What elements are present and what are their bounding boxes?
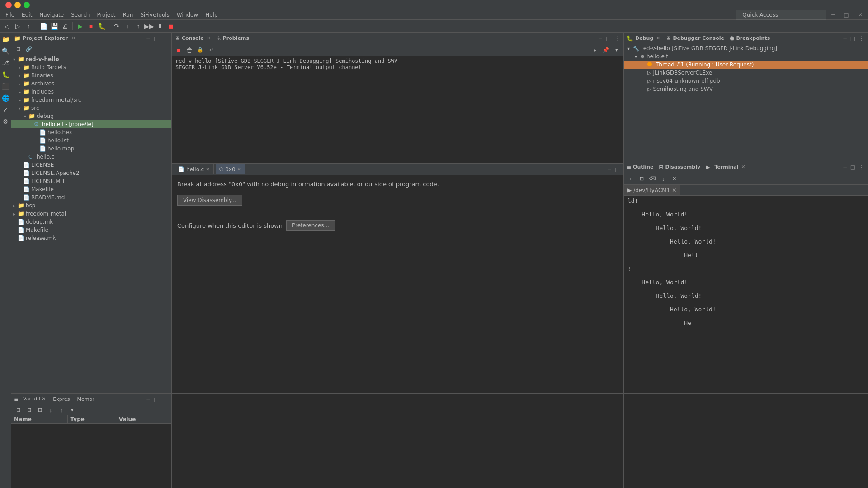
toolbar-step-over[interactable]: ↷ — [112, 21, 122, 31]
editor-minimize[interactable]: ─ — [607, 166, 612, 173]
tree-item[interactable]: 📄README.md — [11, 193, 171, 202]
debug-minimize[interactable]: ─ — [842, 35, 847, 42]
problems-title[interactable]: Problems — [223, 35, 249, 41]
tree-item[interactable]: ▸📁bsp — [11, 202, 171, 210]
debug-title[interactable]: Debug — [635, 35, 653, 41]
tree-item[interactable]: ▸📁Archives — [11, 80, 171, 88]
sidebar-explorer-icon[interactable]: 📁 — [0, 34, 10, 44]
vars-scroll[interactable]: ↓ — [46, 405, 56, 415]
vars-scroll-up[interactable]: ↑ — [57, 405, 66, 415]
min-icon[interactable]: ─ — [828, 11, 838, 19]
tree-item[interactable]: ▸📁freedom-metal/src — [11, 96, 171, 104]
sidebar-git-icon[interactable]: ⎇ — [0, 58, 10, 68]
terminal-menu[interactable]: ⋮ — [858, 164, 865, 170]
tree-item[interactable]: ⚙hello.elf - [none/le] — [11, 120, 171, 128]
tab-variables[interactable]: Variabl ✕ — [20, 394, 48, 404]
console-menu[interactable]: ⋮ — [613, 35, 621, 42]
toolbar-step-out[interactable]: ↑ — [133, 21, 143, 31]
project-link[interactable]: 🔗 — [24, 44, 34, 54]
terminal-maximize[interactable]: □ — [849, 164, 856, 170]
debug-maximize[interactable]: □ — [849, 35, 856, 42]
debug-tab-close[interactable]: ✕ — [656, 35, 660, 41]
tree-item[interactable]: ▾📁src — [11, 104, 171, 112]
debug-menu[interactable]: ⋮ — [858, 35, 865, 42]
debug-item[interactable]: ▾⚙hello.elf — [624, 52, 868, 61]
console-clear[interactable]: 🗑 — [184, 45, 194, 55]
tab-0x0[interactable]: ⬡ 0x0 ✕ — [216, 164, 245, 174]
tree-item[interactable]: ▸📁Binaries — [11, 71, 171, 80]
console-minimize[interactable]: ─ — [598, 35, 603, 42]
toolbar-step-into[interactable]: ↓ — [123, 21, 132, 31]
tab-expressions[interactable]: Expres — [50, 394, 72, 404]
disassembly-title[interactable]: Disassembly — [665, 164, 700, 170]
sidebar-debug-icon[interactable]: 🐛 — [0, 70, 10, 80]
tree-item[interactable]: 📄Makefile — [11, 185, 171, 193]
toolbar-stop[interactable]: ■ — [86, 21, 96, 31]
tree-item[interactable]: ▸📁Build Targets — [11, 63, 171, 71]
debug-item[interactable]: ▷Semihosting and SWV — [624, 85, 868, 93]
outline-title[interactable]: Outline — [633, 164, 653, 170]
sidebar-search-icon[interactable]: 🔍 — [0, 46, 10, 56]
project-maximize[interactable]: □ — [153, 35, 160, 42]
tree-item[interactable]: ▸📁Includes — [11, 88, 171, 96]
sidebar-extensions-icon[interactable]: ⬛ — [0, 81, 10, 91]
console-menu-2[interactable]: ▾ — [612, 45, 622, 55]
toolbar-save[interactable]: 💾 — [49, 21, 59, 31]
menu-edit[interactable]: Edit — [18, 11, 36, 19]
menu-file[interactable]: File — [2, 11, 18, 19]
variables-minimize[interactable]: ─ — [146, 396, 151, 403]
project-minimize[interactable]: ─ — [146, 35, 151, 42]
tree-item[interactable]: 📄LICENSE.Apache2 — [11, 169, 171, 177]
tree-item[interactable]: 📄hello.hex — [11, 128, 171, 136]
console-scroll-lock[interactable]: 🔒 — [195, 45, 205, 55]
debugger-console-title[interactable]: Debugger Console — [673, 35, 724, 41]
tree-item[interactable]: 📄hello.map — [11, 145, 171, 153]
tree-item[interactable]: 📄debug.mk — [11, 218, 171, 226]
vars-collapse-all[interactable]: ⊟ — [13, 405, 23, 415]
tty-close[interactable]: ✕ — [672, 187, 676, 193]
tab-hello-c[interactable]: 📄 hello.c ✕ — [175, 164, 214, 174]
console-stop[interactable]: ■ — [174, 45, 184, 55]
menu-navigate[interactable]: Navigate — [36, 11, 67, 19]
toolbar-up[interactable]: ↑ — [24, 21, 33, 31]
debug-item[interactable]: Thread #1 (Running : User Request) — [624, 61, 868, 69]
console-word-wrap[interactable]: ↵ — [206, 45, 216, 55]
vars-layout[interactable]: ⊡ — [35, 405, 45, 415]
variables-menu[interactable]: ⋮ — [161, 396, 169, 403]
terminal-title[interactable]: Terminal — [714, 164, 738, 170]
tree-item[interactable]: 📄LICENSE.MIT — [11, 177, 171, 185]
terminal-layout[interactable]: ⊡ — [637, 174, 646, 184]
toolbar-terminate[interactable]: ◼ — [166, 21, 176, 31]
toolbar-forward[interactable]: ▷ — [13, 21, 23, 31]
breakpoints-title[interactable]: Breakpoints — [736, 35, 770, 41]
close-icon[interactable]: ✕ — [854, 11, 866, 19]
tree-item[interactable]: 📄hello.lst — [11, 136, 171, 145]
menu-search[interactable]: Search — [67, 11, 93, 19]
toolbar-print[interactable]: 🖨 — [60, 21, 70, 31]
menu-project[interactable]: Project — [93, 11, 119, 19]
terminal-minimize[interactable]: ─ — [842, 164, 847, 170]
max-icon[interactable]: □ — [840, 11, 853, 19]
vars-menu[interactable]: ▾ — [67, 405, 77, 415]
sidebar-settings-icon[interactable]: ⚙ — [0, 117, 10, 127]
terminal-body[interactable]: ld! Hello, World! Hello, World! Hello, W… — [624, 196, 868, 393]
project-menu[interactable]: ⋮ — [161, 35, 169, 42]
tab-0x0-close[interactable]: ✕ — [237, 167, 241, 172]
terminal-tab-close[interactable]: ✕ — [741, 164, 745, 170]
tree-item[interactable]: ▾📁debug — [11, 112, 171, 120]
tree-item[interactable]: ▸📁freedom-metal — [11, 210, 171, 218]
menu-window[interactable]: Window — [173, 11, 202, 19]
close-button[interactable] — [5, 2, 12, 8]
menu-help[interactable]: Help — [202, 11, 221, 19]
sidebar-task-icon[interactable]: ✓ — [0, 105, 10, 115]
tree-item[interactable]: 📄LICENSE — [11, 161, 171, 169]
tree-item[interactable]: ▾📁red-v-hello — [11, 55, 171, 63]
vars-expand[interactable]: ⊞ — [24, 405, 34, 415]
project-collapse[interactable]: ⊟ — [13, 44, 23, 54]
toolbar-run[interactable]: ▶ — [75, 21, 85, 31]
debug-item[interactable]: ▷riscv64-unknown-elf-gdb — [624, 77, 868, 85]
console-maximize[interactable]: □ — [605, 35, 612, 42]
maximize-button[interactable] — [24, 2, 30, 8]
toolbar-debug[interactable]: 🐛 — [97, 21, 107, 31]
tab-hello-c-close[interactable]: ✕ — [206, 167, 209, 172]
